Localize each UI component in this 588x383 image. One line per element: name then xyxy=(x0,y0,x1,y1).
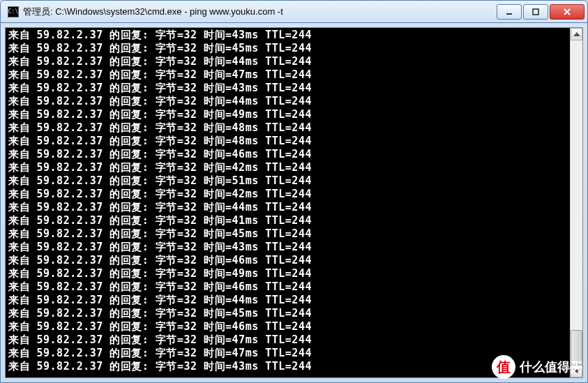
watermark: 值 什么值得买 xyxy=(492,355,582,379)
ping-reply-line: 来自 59.82.2.37 的回复: 字节=32 时间=46ms TTL=244 xyxy=(8,320,567,333)
ping-reply-line: 来自 59.82.2.37 的回复: 字节=32 时间=45ms TTL=244 xyxy=(8,42,567,55)
ping-reply-line: 来自 59.82.2.37 的回复: 字节=32 时间=49ms TTL=244 xyxy=(8,108,567,121)
ping-reply-line: 来自 59.82.2.37 的回复: 字节=32 时间=44ms TTL=244 xyxy=(8,201,567,214)
ping-reply-line: 来自 59.82.2.37 的回复: 字节=32 时间=48ms TTL=244 xyxy=(8,121,567,135)
close-button[interactable] xyxy=(550,4,585,20)
window-title: 管理员: C:\Windows\system32\cmd.exe - ping … xyxy=(23,6,495,18)
scroll-up-button[interactable] xyxy=(571,28,582,40)
ping-reply-line: 来自 59.82.2.37 的回复: 字节=32 时间=42ms TTL=244 xyxy=(8,188,567,201)
ping-reply-line: 来自 59.82.2.37 的回复: 字节=32 时间=43ms TTL=244 xyxy=(8,241,567,254)
ping-reply-line: 来自 59.82.2.37 的回复: 字节=32 时间=47ms TTL=244 xyxy=(8,68,567,82)
ping-reply-line: 来自 59.82.2.37 的回复: 字节=32 时间=47ms TTL=244 xyxy=(8,347,567,360)
ping-reply-line: 来自 59.82.2.37 的回复: 字节=32 时间=48ms TTL=244 xyxy=(8,135,567,148)
ping-reply-line: 来自 59.82.2.37 的回复: 字节=32 时间=51ms TTL=244 xyxy=(8,174,567,188)
watermark-text: 什么值得买 xyxy=(520,359,582,375)
minimize-button[interactable] xyxy=(497,4,522,20)
ping-reply-line: 来自 59.82.2.37 的回复: 字节=32 时间=42ms TTL=244 xyxy=(8,161,567,174)
ping-reply-line: 来自 59.82.2.37 的回复: 字节=32 时间=47ms TTL=244 xyxy=(8,333,567,347)
ping-reply-line: 来自 59.82.2.37 的回复: 字节=32 时间=41ms TTL=244 xyxy=(8,214,567,227)
ping-reply-line: 来自 59.82.2.37 的回复: 字节=32 时间=45ms TTL=244 xyxy=(8,227,567,241)
ping-reply-line: 来自 59.82.2.37 的回复: 字节=32 时间=44ms TTL=244 xyxy=(8,294,567,307)
ping-reply-line: 来自 59.82.2.37 的回复: 字节=32 时间=44ms TTL=244 xyxy=(8,55,567,68)
ping-reply-line: 来自 59.82.2.37 的回复: 字节=32 时间=49ms TTL=244 xyxy=(8,267,567,280)
vertical-scrollbar[interactable] xyxy=(570,28,582,377)
svg-marker-4 xyxy=(573,32,580,36)
console-output[interactable]: 来自 59.82.2.37 的回复: 字节=32 时间=43ms TTL=244… xyxy=(6,28,570,377)
ping-reply-line: 来自 59.82.2.37 的回复: 字节=32 时间=46ms TTL=244 xyxy=(8,254,567,267)
ping-reply-line: 来自 59.82.2.37 的回复: 字节=32 时间=46ms TTL=244 xyxy=(8,280,567,294)
ping-reply-line: 来自 59.82.2.37 的回复: 字节=32 时间=46ms TTL=244 xyxy=(8,148,567,161)
ping-reply-line: 来自 59.82.2.37 的回复: 字节=32 时间=44ms TTL=244 xyxy=(8,95,567,108)
cmd-icon: C:\ xyxy=(8,6,19,17)
command-prompt-window: C:\ 管理员: C:\Windows\system32\cmd.exe - p… xyxy=(0,0,588,383)
window-controls xyxy=(495,4,585,20)
ping-reply-line: 来自 59.82.2.37 的回复: 字节=32 时间=43ms TTL=244 xyxy=(8,29,567,42)
ping-reply-line: 来自 59.82.2.37 的回复: 字节=32 时间=45ms TTL=244 xyxy=(8,307,567,320)
ping-reply-line: 来自 59.82.2.37 的回复: 字节=32 时间=43ms TTL=244 xyxy=(8,360,567,373)
maximize-button[interactable] xyxy=(523,4,548,20)
scroll-track[interactable] xyxy=(571,40,582,365)
watermark-badge: 值 xyxy=(492,355,515,379)
console-container: 来自 59.82.2.37 的回复: 字节=32 时间=43ms TTL=244… xyxy=(5,27,583,378)
client-area: 来自 59.82.2.37 的回复: 字节=32 时间=43ms TTL=244… xyxy=(1,23,587,382)
svg-rect-1 xyxy=(533,9,538,15)
ping-reply-line: 来自 59.82.2.37 的回复: 字节=32 时间=43ms TTL=244 xyxy=(8,82,567,95)
titlebar[interactable]: C:\ 管理员: C:\Windows\system32\cmd.exe - p… xyxy=(1,1,587,23)
